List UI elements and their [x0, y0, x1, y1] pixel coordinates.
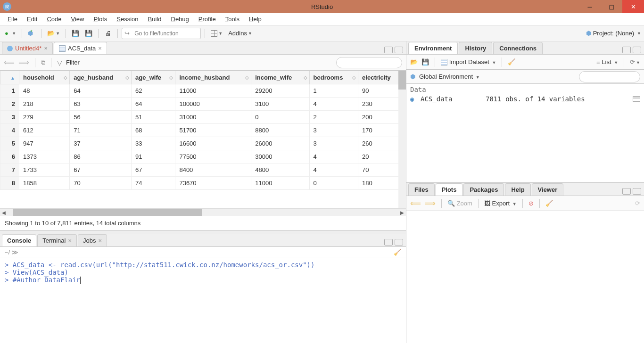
save-all-button[interactable]: 💾	[83, 28, 94, 39]
popup-icon[interactable]: ⧉	[41, 59, 45, 66]
cell[interactable]: 30000	[251, 150, 309, 163]
cell[interactable]: 67	[70, 163, 132, 177]
scroll-left-icon[interactable]: ◄	[0, 209, 8, 216]
cell[interactable]: 1858	[19, 177, 70, 190]
menu-file[interactable]: File	[3, 16, 22, 23]
refresh-plots-icon[interactable]: ⟳	[635, 200, 640, 207]
cell[interactable]: 4800	[251, 163, 309, 177]
cell[interactable]: 2	[309, 111, 358, 124]
cell[interactable]: 64	[132, 98, 175, 111]
save-button[interactable]: 💾	[70, 28, 81, 39]
column-header-household[interactable]: household◇	[19, 71, 70, 84]
minimize-button[interactable]: ─	[579, 0, 601, 13]
cell[interactable]: 64	[70, 84, 132, 98]
forward-button[interactable]: ⟹	[18, 58, 29, 67]
project-selector[interactable]: ⬢ Project: (None) ▼	[586, 30, 641, 37]
addins-button[interactable]: Addins ▼	[226, 28, 254, 39]
tab-acs-data[interactable]: ACS_data ×	[54, 42, 107, 54]
clear-plots-icon[interactable]: 🧹	[545, 200, 553, 207]
table-row[interactable]: 2218636410000031004230	[0, 98, 406, 111]
cell[interactable]: 33	[132, 137, 175, 150]
cell[interactable]: 11000	[175, 84, 251, 98]
cell[interactable]: 91	[132, 150, 175, 163]
sort-icon[interactable]: ◇	[304, 75, 307, 80]
scroll-right-icon[interactable]: ►	[398, 209, 406, 216]
sort-icon[interactable]: ◇	[169, 75, 173, 80]
cell[interactable]: 68	[132, 124, 175, 137]
cell[interactable]: 3	[309, 137, 358, 150]
minimize-pane-icon[interactable]	[622, 188, 631, 195]
cell[interactable]: 86	[70, 150, 132, 163]
minimize-pane-icon[interactable]	[384, 239, 393, 245]
sort-icon[interactable]: ◇	[125, 75, 129, 80]
zoom-button[interactable]: 🔍 Zoom	[447, 200, 472, 207]
cell[interactable]: 4	[309, 98, 358, 111]
table-row[interactable]: 71733676784004800470	[0, 163, 406, 177]
tab-help[interactable]: Help	[505, 183, 530, 196]
export-button[interactable]: 🖼 Export ▼	[484, 200, 517, 207]
cell[interactable]: 0	[251, 111, 309, 124]
remove-plot-icon[interactable]: ⊘	[528, 200, 534, 207]
menu-build[interactable]: Build	[143, 16, 166, 23]
next-plot-icon[interactable]: ⟹	[425, 199, 436, 208]
new-file-button[interactable]: ●+▼	[3, 28, 18, 39]
cell[interactable]: 26000	[251, 137, 309, 150]
cell[interactable]: 947	[19, 137, 70, 150]
column-header-income_wife[interactable]: income_wife◇	[251, 71, 309, 84]
tab-jobs[interactable]: Jobs ×	[78, 234, 107, 246]
cell[interactable]: 67	[132, 163, 175, 177]
column-header-age_wife[interactable]: age_wife◇	[132, 71, 175, 84]
tab-files[interactable]: Files	[408, 183, 435, 196]
column-header-bedrooms[interactable]: bedrooms◇	[309, 71, 358, 84]
cell[interactable]: 31000	[175, 111, 251, 124]
cell[interactable]: 279	[19, 111, 70, 124]
cell[interactable]: 73670	[175, 177, 251, 190]
clear-env-icon[interactable]: 🧹	[508, 58, 515, 65]
horizontal-scrollbar[interactable]: ◄ ►	[0, 208, 406, 216]
menu-tools[interactable]: Tools	[221, 16, 244, 23]
cell[interactable]: 1733	[19, 163, 70, 177]
maximize-pane-icon[interactable]	[633, 47, 641, 53]
close-icon[interactable]: ×	[98, 45, 102, 52]
env-scope-selector[interactable]: Global Environment ▼	[419, 73, 480, 80]
cell[interactable]: 16600	[175, 137, 251, 150]
save-workspace-icon[interactable]: 💾	[421, 58, 429, 65]
menu-plots[interactable]: Plots	[89, 16, 112, 23]
cell[interactable]: 8400	[175, 163, 251, 177]
filter-button[interactable]: Filter	[66, 59, 80, 66]
column-header-age_husband[interactable]: age_husband◇	[70, 71, 132, 84]
menu-session[interactable]: Session	[112, 16, 143, 23]
back-button[interactable]: ⟸	[4, 58, 15, 67]
load-workspace-icon[interactable]: 📂	[410, 58, 418, 65]
maximize-pane-icon[interactable]	[395, 47, 403, 53]
goto-file-input[interactable]	[122, 28, 201, 39]
cell[interactable]: 29200	[251, 84, 309, 98]
data-search-input[interactable]	[336, 57, 402, 68]
table-row[interactable]: 461271685170088003170	[0, 124, 406, 137]
tab-terminal[interactable]: Terminal ×	[37, 234, 77, 246]
menu-edit[interactable]: Edit	[22, 16, 42, 23]
print-button[interactable]: 🖨	[102, 28, 114, 39]
tab-connections[interactable]: Connections	[493, 42, 543, 54]
close-icon[interactable]: ×	[68, 237, 72, 244]
table-row[interactable]: 5947373316600260003260	[0, 137, 406, 150]
path-arrow-icon[interactable]: ≫	[12, 249, 18, 256]
cell[interactable]: 1	[309, 84, 358, 98]
close-button[interactable]: ✕	[622, 0, 644, 13]
tab-console[interactable]: Console	[2, 234, 36, 246]
menu-code[interactable]: Code	[42, 16, 66, 23]
table-row[interactable]: 14864621100029200190	[0, 84, 406, 98]
expand-icon[interactable]: ◉	[410, 95, 417, 103]
cell[interactable]: 37	[70, 137, 132, 150]
table-row[interactable]: 6137386917750030000420	[0, 150, 406, 163]
cell[interactable]: 71	[70, 124, 132, 137]
sort-icon[interactable]: ◇	[245, 75, 249, 80]
close-icon[interactable]: ×	[98, 237, 102, 244]
import-dataset-button[interactable]: Import Dataset ▼	[441, 58, 496, 66]
cell[interactable]: 218	[19, 98, 70, 111]
env-search-input[interactable]	[579, 71, 640, 82]
cell[interactable]: 48	[19, 84, 70, 98]
tab-history[interactable]: History	[459, 42, 492, 54]
cell[interactable]: 4	[309, 150, 358, 163]
maximize-pane-icon[interactable]	[395, 239, 403, 245]
